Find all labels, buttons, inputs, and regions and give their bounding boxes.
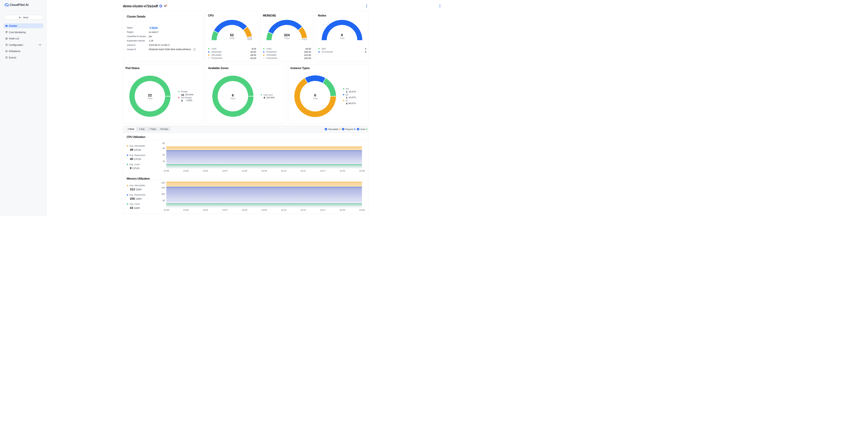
svg-text:K: K	[160, 5, 161, 7]
